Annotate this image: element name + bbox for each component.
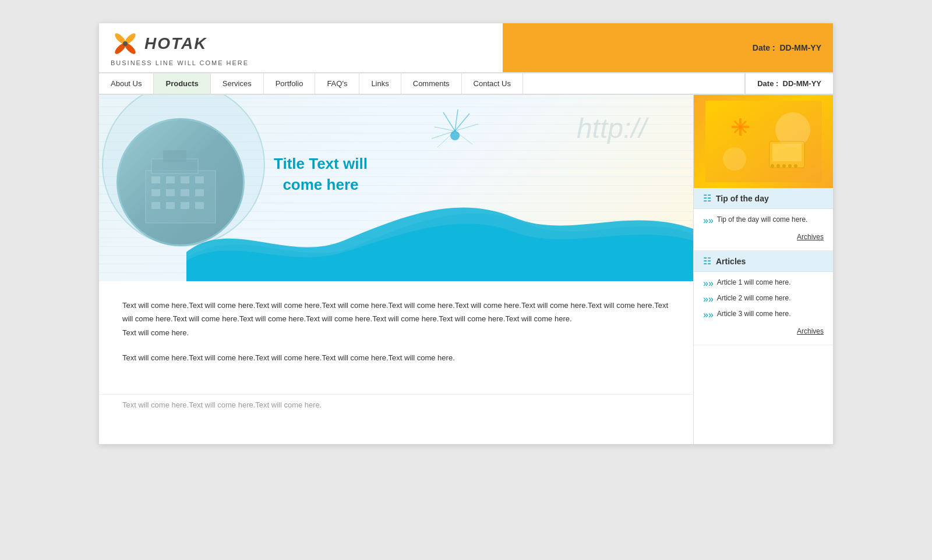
article-item-2[interactable]: »» Article 2 will come here. [703, 293, 824, 304]
hero-title-line1: Title Text will [274, 153, 368, 174]
sidebar: ☷ Tip of the day »» Tip of the day will … [693, 95, 833, 444]
sidebar-tip-header: ☷ Tip of the day [694, 188, 833, 209]
body-paragraph-1: Text will come here.Text will come here.… [122, 299, 670, 339]
svg-point-4 [123, 41, 128, 46]
hero-title: Title Text will come here [274, 153, 368, 196]
tip-item-text: Tip of the day will come here. [717, 215, 808, 225]
nav-bar: About Us Products Services Portfolio FAQ… [99, 72, 833, 95]
bottom-fade-text: Text will come here.Text will come here.… [99, 394, 693, 415]
nav-comments[interactable]: Comments [401, 73, 462, 94]
nav-links[interactable]: Links [359, 73, 401, 94]
content-area: http:// [99, 95, 693, 444]
date-prefix: Date : [753, 43, 775, 52]
nav-spacer [523, 73, 744, 94]
article-3-text: Article 3 will come here. [717, 309, 791, 319]
main-layout: http:// [99, 95, 833, 444]
sidebar-tip-section: ☷ Tip of the day »» Tip of the day will … [694, 188, 833, 251]
articles-section-icon: ☷ [703, 256, 711, 267]
svg-point-5 [450, 131, 460, 140]
nav-products[interactable]: Products [154, 73, 210, 94]
nav-date-val: DD-MM-YY [783, 79, 821, 88]
svg-line-6 [443, 112, 455, 131]
svg-line-9 [455, 124, 478, 131]
sidebar-articles-section: ☷ Articles »» Article 1 will come here. … [694, 251, 833, 345]
nav-services[interactable]: Services [211, 73, 264, 94]
svg-line-10 [435, 127, 455, 131]
svg-point-38 [771, 164, 774, 168]
tip-item[interactable]: »» Tip of the day will come here. [703, 215, 824, 226]
nav-contact-us[interactable]: Contact Us [462, 73, 523, 94]
date-display: Date : DD-MM-YY [753, 43, 821, 52]
svg-point-42 [794, 164, 797, 168]
nav-date-prefix: Date : [757, 79, 778, 88]
wave-container [186, 176, 693, 281]
bottom-text: Text will come here.Text will come here.… [122, 400, 322, 409]
svg-point-41 [788, 164, 792, 168]
svg-point-40 [782, 164, 786, 168]
body-para1-end: Text will come here. [122, 328, 189, 337]
header-right: Date : DD-MM-YY [647, 43, 821, 52]
svg-rect-37 [772, 144, 802, 161]
article-item-1[interactable]: »» Article 1 will come here. [703, 278, 824, 289]
nav-faqs[interactable]: FAQ's [315, 73, 359, 94]
body-para1-text: Text will come here.Text will come here.… [122, 301, 668, 323]
nav-portfolio[interactable]: Portfolio [264, 73, 316, 94]
body-para2-text: Text will come here.Text will come here.… [122, 353, 455, 362]
article-2-bullet: »» [703, 294, 714, 304]
tagline: Business Line will come here [111, 59, 249, 66]
sidebar-image-svg [705, 101, 822, 182]
article-1-text: Article 1 will come here. [717, 278, 791, 288]
nav-about-us[interactable]: About Us [99, 73, 154, 94]
logo-text: HOTAK [144, 34, 207, 53]
svg-point-31 [723, 147, 746, 171]
body-paragraph-2: Text will come here.Text will come here.… [122, 351, 670, 364]
articles-section-title: Articles [716, 257, 746, 266]
tip-section-title: Tip of the day [716, 194, 769, 203]
article-1-bullet: »» [703, 278, 714, 289]
date-value: DD-MM-YY [779, 43, 821, 52]
hero-title-line2: come here [274, 174, 368, 195]
article-3-bullet: »» [703, 310, 714, 320]
http-decoration: http:// [577, 112, 647, 144]
article-item-3[interactable]: »» Article 3 will come here. [703, 309, 824, 320]
spiky-decoration [426, 107, 484, 165]
header-left: HOTAK Business Line will come here [111, 29, 647, 66]
svg-point-39 [776, 164, 780, 168]
tip-section-icon: ☷ [703, 193, 711, 204]
tip-bullet: »» [703, 215, 714, 226]
page-wrapper: HOTAK Business Line will come here Date … [99, 23, 833, 444]
sidebar-articles-header: ☷ Articles [694, 251, 833, 272]
logo-area: HOTAK [111, 29, 207, 58]
article-2-text: Article 2 will come here. [717, 293, 791, 303]
header: HOTAK Business Line will come here Date … [99, 23, 833, 72]
body-text-area: Text will come here.Text will come here.… [99, 281, 693, 394]
logo-icon [111, 29, 140, 58]
sidebar-hero-image [694, 95, 833, 188]
hero-section: http:// [99, 95, 693, 281]
nav-date: Date : DD-MM-YY [744, 73, 833, 94]
articles-archives-link[interactable]: Archives [703, 325, 824, 338]
tip-archives-link[interactable]: Archives [703, 231, 824, 243]
